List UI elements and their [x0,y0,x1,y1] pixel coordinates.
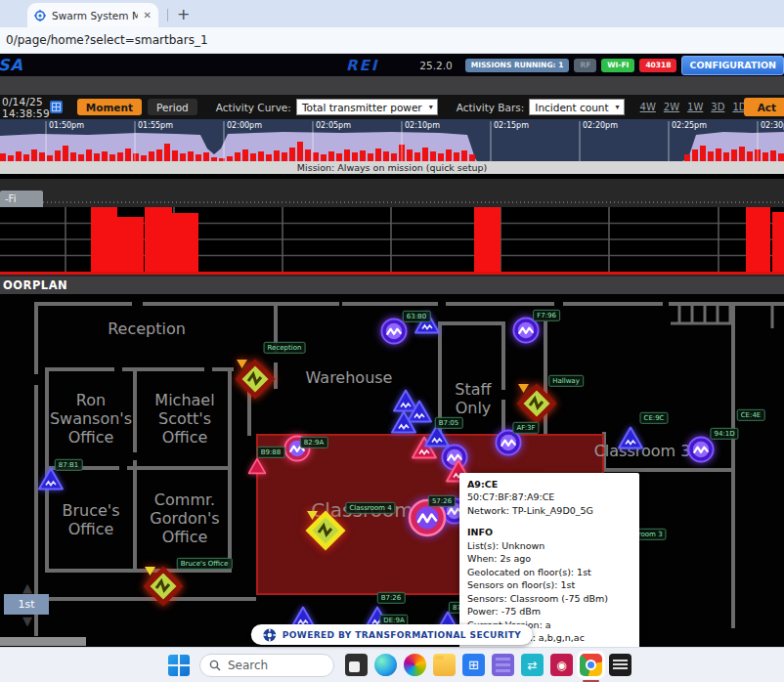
device-badge: B7:05 [435,417,463,429]
header-status-cluster: 25.2.0 MISSIONS RUNNING: 1 RF WI-FI 4031… [419,56,784,75]
url-text: 0/page/home?select=smartbars_1 [6,33,208,47]
store-icon[interactable] [462,654,485,676]
edge-icon[interactable] [374,654,397,676]
browser-tab[interactable]: Swarm System Management ✕ [27,3,158,27]
range-1w[interactable]: 1W [687,102,703,112]
floor-selector: ▲ 1st ▼ [4,582,51,626]
tooltip-line: 50:C7:BF:87:A9:CE [467,490,632,503]
transmitter-device-icon[interactable] [248,457,267,475]
windows-taskbar: Search [0,647,784,682]
floorplan-title: OORPLAN [3,278,67,292]
tooltip-line: Power: -75 dBm [467,605,632,618]
floorplan[interactable]: A9:CE50:C7:BF:87:A9:CENetwork: TP-Link_A… [0,294,784,647]
rei-logo: REI [346,57,378,74]
room-label: Reception [108,320,186,339]
calendar-icon[interactable] [50,101,63,113]
floor-up-arrow[interactable]: ▲ [4,582,51,593]
activity-timeline-chart[interactable]: 01:50pm01:55pm02:00pm02:05pm02:10pm02:15… [0,119,784,161]
floor-button[interactable]: 1st [4,594,49,615]
device-badge: 82:9A [300,437,328,448]
device-badge: Reception [264,342,306,354]
range-3d[interactable]: 3D [711,102,724,112]
taskbar-search[interactable]: Search [199,654,334,677]
activity-curve-value: Total transmitter power [302,102,422,113]
security-icon[interactable] [550,654,573,676]
period-button[interactable]: Period [148,99,197,115]
rf-toggle[interactable]: RF [574,59,596,72]
wifi-incident-chart[interactable] [0,179,784,277]
tooltip-line: Sensors: Classroom (-75 dBm) [467,592,632,605]
file-explorer-icon[interactable] [433,654,456,676]
device-badge: B9:88 [257,447,285,458]
svg-text:02:10pm: 02:10pm [405,121,440,130]
search-placeholder: Search [228,659,268,672]
tooltip-line: Network: TP-Link_A9D0_5G [467,504,632,517]
new-tab-button[interactable]: + [177,5,190,23]
transformational-security-logo-icon [263,628,277,642]
terminal-icon[interactable] [609,654,632,676]
wifi-chart-panel: -Fi [0,179,784,277]
device-badge: Hallway [548,375,584,387]
sync-icon[interactable] [521,654,544,676]
tab-divider [167,9,168,21]
svg-text:02:30pm: 02:30pm [761,121,784,130]
tooltip-line: Geolocated on floor(s): 1st [467,566,632,578]
activity-curve-select[interactable]: Total transmitter power ▾ [296,99,438,115]
device-badge: CE:9C [639,412,668,424]
start-button[interactable] [168,655,190,676]
activity-bars-label: Activity Bars: [457,102,525,113]
wifi-tab[interactable]: -Fi [0,191,43,207]
room-label: Warehouse [306,369,393,388]
activity-button[interactable]: Act [744,98,784,116]
floor-down-arrow[interactable]: ▼ [4,616,51,626]
range-4w[interactable]: 4W [640,102,656,112]
swarm-favicon-icon [34,10,46,21]
sensor-device-icon[interactable] [299,504,346,551]
room-label: Staff Only [455,381,491,418]
svg-text:02:05pm: 02:05pm [316,121,351,130]
svg-text:01:50pm: 01:50pm [49,121,84,130]
tab-close-icon[interactable]: ✕ [144,10,152,21]
detection-count-badge: 40318 [639,59,676,72]
widgets-icon[interactable] [492,654,514,676]
chevron-down-icon: ▾ [616,103,620,111]
device-badge: CE:4E [737,409,765,421]
chrome-icon[interactable] [580,654,602,676]
version-label: 25.2.0 [419,60,452,71]
transmitter-device-icon[interactable] [391,410,417,435]
device-badge: B7:26 [377,592,406,604]
tooltip-title: A9:CE [467,478,632,490]
svg-text:02:00pm: 02:00pm [227,121,262,130]
configuration-button[interactable]: CONFIGURATION [681,56,784,75]
moment-button[interactable]: Moment [77,99,142,115]
device-tooltip: A9:CE50:C7:BF:87:A9:CENetwork: TP-Link_A… [459,473,639,647]
search-icon [209,660,221,671]
mission-bar: Mission: Always on mission (quick setup) [0,161,784,174]
timeline-controls: 0/14/25 14:38:59 Moment Period Activity … [0,95,784,119]
transmitter-device-icon[interactable] [618,426,644,450]
address-bar[interactable]: 0/page/home?select=smartbars_1 [0,27,784,54]
app-header: SA REI 25.2.0 MISSIONS RUNNING: 1 RF WI-… [0,54,784,76]
device-badge: 87:B1 [55,459,83,471]
sensor-device-icon[interactable] [229,353,276,400]
floorplan-header: OORPLAN [0,277,784,294]
datetime-field[interactable]: 0/14/25 14:38:59 [0,96,50,119]
screen: Swarm System Management ✕ + 0/page/home?… [0,0,784,682]
powered-by-text: POWERED BY TRANSFORMATIONAL SECURITY [283,630,521,640]
room-label: Bruce's Office [62,502,119,539]
device-badge: Bruce's Office [177,558,233,570]
wifi-toggle[interactable]: WI-FI [601,59,634,72]
activity-curve-label: Activity Curve: [216,102,291,113]
device-badge: 94:1D [710,428,738,440]
device-badge: 63:B0 [403,311,431,322]
powered-by-badge: POWERED BY TRANSFORMATIONAL SECURITY [251,624,533,645]
wifi-device-icon[interactable] [687,436,716,464]
task-view-icon[interactable] [345,654,368,676]
range-2w[interactable]: 2W [664,102,679,112]
room-label: Ron Swanson's Office [50,392,132,448]
tooltip-line: List(s): Unknown [467,539,632,552]
copilot-icon[interactable] [404,654,426,676]
tooltip-section-header: INFO [467,526,632,538]
scrollbar-fragment[interactable] [0,637,86,646]
activity-bars-select[interactable]: Incident count ▾ [529,99,624,115]
